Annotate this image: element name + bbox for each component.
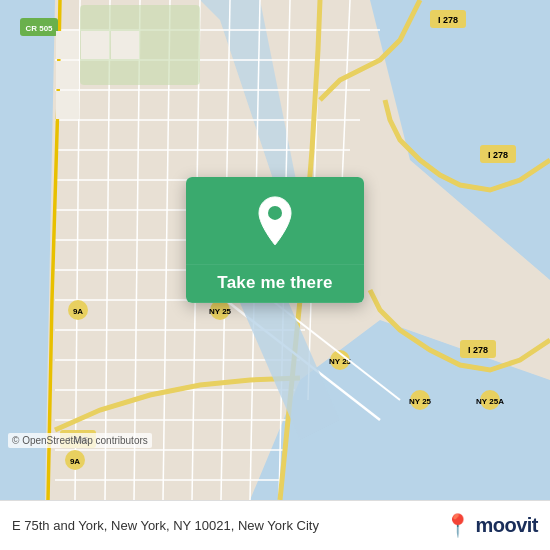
bottom-bar: E 75th and York, New York, NY 10021, New… [0,500,550,550]
svg-rect-57 [56,31,79,59]
svg-rect-59 [111,31,139,59]
svg-text:I 278: I 278 [468,345,488,355]
svg-text:9A: 9A [70,457,80,466]
svg-text:NY 25: NY 25 [209,307,232,316]
svg-point-62 [268,206,282,220]
moovit-brand-text: moovit [475,514,538,537]
svg-text:I 278: I 278 [488,150,508,160]
moovit-logo: 📍 moovit [444,514,538,537]
svg-text:I 278: I 278 [438,15,458,25]
card-green-section [186,177,364,265]
moovit-pin-icon: 📍 [444,515,471,537]
location-card[interactable]: Take me there [186,177,364,303]
svg-rect-61 [56,91,79,119]
take-me-there-label[interactable]: Take me there [186,265,364,303]
svg-text:9A: 9A [73,307,83,316]
svg-text:NY 25: NY 25 [409,397,432,406]
svg-text:NY 25A: NY 25A [476,397,504,406]
map-attribution: © OpenStreetMap contributors [8,433,152,448]
svg-text:NY 25: NY 25 [329,357,352,366]
location-pin-icon [253,195,297,247]
svg-rect-60 [56,61,79,89]
svg-rect-58 [81,31,109,59]
svg-text:CR 505: CR 505 [25,24,53,33]
map-container: I 278 I 278 I 278 I 495 9A 9A CR 505 NY … [0,0,550,500]
address-text: E 75th and York, New York, NY 10021, New… [12,518,436,533]
